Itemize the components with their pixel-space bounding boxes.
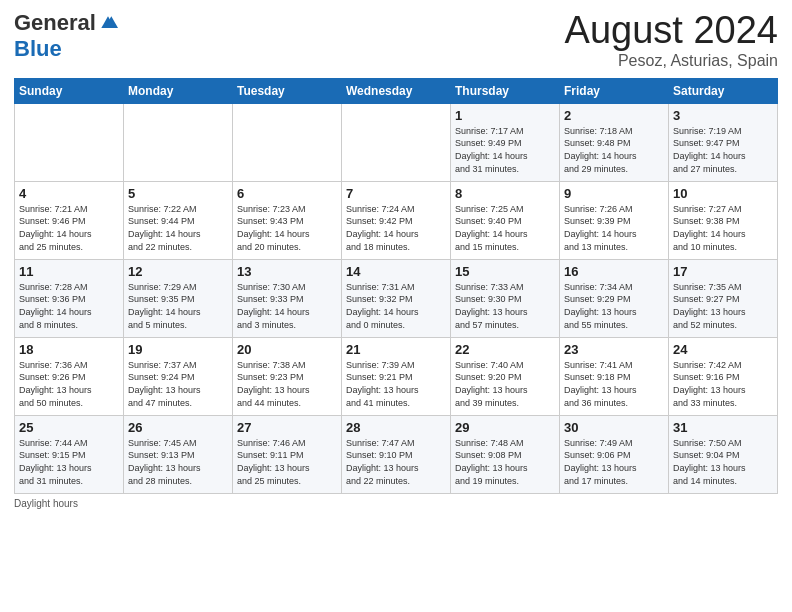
day-number: 23 <box>564 342 664 357</box>
calendar-cell: 16Sunrise: 7:34 AM Sunset: 9:29 PM Dayli… <box>560 259 669 337</box>
calendar-cell: 23Sunrise: 7:41 AM Sunset: 9:18 PM Dayli… <box>560 337 669 415</box>
day-number: 25 <box>19 420 119 435</box>
week-row-4: 18Sunrise: 7:36 AM Sunset: 9:26 PM Dayli… <box>15 337 778 415</box>
calendar-cell: 11Sunrise: 7:28 AM Sunset: 9:36 PM Dayli… <box>15 259 124 337</box>
title-area: August 2024 Pesoz, Asturias, Spain <box>565 10 778 70</box>
calendar-cell <box>15 103 124 181</box>
calendar-cell: 4Sunrise: 7:21 AM Sunset: 9:46 PM Daylig… <box>15 181 124 259</box>
page: General Blue August 2024 Pesoz, Asturias… <box>0 0 792 519</box>
week-row-3: 11Sunrise: 7:28 AM Sunset: 9:36 PM Dayli… <box>15 259 778 337</box>
week-row-5: 25Sunrise: 7:44 AM Sunset: 9:15 PM Dayli… <box>15 415 778 493</box>
day-info: Sunrise: 7:17 AM Sunset: 9:49 PM Dayligh… <box>455 125 555 175</box>
calendar-cell: 13Sunrise: 7:30 AM Sunset: 9:33 PM Dayli… <box>233 259 342 337</box>
calendar-cell: 22Sunrise: 7:40 AM Sunset: 9:20 PM Dayli… <box>451 337 560 415</box>
day-info: Sunrise: 7:40 AM Sunset: 9:20 PM Dayligh… <box>455 359 555 409</box>
day-number: 9 <box>564 186 664 201</box>
logo-icon <box>98 13 118 33</box>
day-number: 21 <box>346 342 446 357</box>
calendar-cell: 12Sunrise: 7:29 AM Sunset: 9:35 PM Dayli… <box>124 259 233 337</box>
calendar-cell: 18Sunrise: 7:36 AM Sunset: 9:26 PM Dayli… <box>15 337 124 415</box>
day-info: Sunrise: 7:25 AM Sunset: 9:40 PM Dayligh… <box>455 203 555 253</box>
calendar-cell: 24Sunrise: 7:42 AM Sunset: 9:16 PM Dayli… <box>669 337 778 415</box>
header-area: General Blue August 2024 Pesoz, Asturias… <box>14 10 778 70</box>
day-info: Sunrise: 7:21 AM Sunset: 9:46 PM Dayligh… <box>19 203 119 253</box>
day-info: Sunrise: 7:34 AM Sunset: 9:29 PM Dayligh… <box>564 281 664 331</box>
calendar-cell: 5Sunrise: 7:22 AM Sunset: 9:44 PM Daylig… <box>124 181 233 259</box>
calendar-cell: 28Sunrise: 7:47 AM Sunset: 9:10 PM Dayli… <box>342 415 451 493</box>
calendar-cell <box>233 103 342 181</box>
day-info: Sunrise: 7:19 AM Sunset: 9:47 PM Dayligh… <box>673 125 773 175</box>
day-number: 19 <box>128 342 228 357</box>
day-info: Sunrise: 7:41 AM Sunset: 9:18 PM Dayligh… <box>564 359 664 409</box>
day-header-tuesday: Tuesday <box>233 78 342 103</box>
day-number: 7 <box>346 186 446 201</box>
month-title: August 2024 <box>565 10 778 52</box>
day-info: Sunrise: 7:39 AM Sunset: 9:21 PM Dayligh… <box>346 359 446 409</box>
logo: General Blue <box>14 10 118 62</box>
footer-note: Daylight hours <box>14 498 778 509</box>
calendar-cell: 30Sunrise: 7:49 AM Sunset: 9:06 PM Dayli… <box>560 415 669 493</box>
day-number: 27 <box>237 420 337 435</box>
calendar-cell: 27Sunrise: 7:46 AM Sunset: 9:11 PM Dayli… <box>233 415 342 493</box>
calendar-cell: 15Sunrise: 7:33 AM Sunset: 9:30 PM Dayli… <box>451 259 560 337</box>
day-info: Sunrise: 7:30 AM Sunset: 9:33 PM Dayligh… <box>237 281 337 331</box>
week-row-2: 4Sunrise: 7:21 AM Sunset: 9:46 PM Daylig… <box>15 181 778 259</box>
day-number: 11 <box>19 264 119 279</box>
day-info: Sunrise: 7:27 AM Sunset: 9:38 PM Dayligh… <box>673 203 773 253</box>
day-info: Sunrise: 7:45 AM Sunset: 9:13 PM Dayligh… <box>128 437 228 487</box>
day-number: 8 <box>455 186 555 201</box>
location: Pesoz, Asturias, Spain <box>565 52 778 70</box>
day-info: Sunrise: 7:47 AM Sunset: 9:10 PM Dayligh… <box>346 437 446 487</box>
day-number: 28 <box>346 420 446 435</box>
calendar-cell: 31Sunrise: 7:50 AM Sunset: 9:04 PM Dayli… <box>669 415 778 493</box>
calendar-cell: 8Sunrise: 7:25 AM Sunset: 9:40 PM Daylig… <box>451 181 560 259</box>
day-info: Sunrise: 7:33 AM Sunset: 9:30 PM Dayligh… <box>455 281 555 331</box>
calendar-cell: 26Sunrise: 7:45 AM Sunset: 9:13 PM Dayli… <box>124 415 233 493</box>
day-number: 12 <box>128 264 228 279</box>
day-number: 13 <box>237 264 337 279</box>
calendar-cell: 17Sunrise: 7:35 AM Sunset: 9:27 PM Dayli… <box>669 259 778 337</box>
day-info: Sunrise: 7:29 AM Sunset: 9:35 PM Dayligh… <box>128 281 228 331</box>
calendar-table: SundayMondayTuesdayWednesdayThursdayFrid… <box>14 78 778 494</box>
calendar-cell: 25Sunrise: 7:44 AM Sunset: 9:15 PM Dayli… <box>15 415 124 493</box>
day-info: Sunrise: 7:48 AM Sunset: 9:08 PM Dayligh… <box>455 437 555 487</box>
calendar-cell: 21Sunrise: 7:39 AM Sunset: 9:21 PM Dayli… <box>342 337 451 415</box>
day-number: 17 <box>673 264 773 279</box>
day-info: Sunrise: 7:22 AM Sunset: 9:44 PM Dayligh… <box>128 203 228 253</box>
calendar-cell: 10Sunrise: 7:27 AM Sunset: 9:38 PM Dayli… <box>669 181 778 259</box>
day-info: Sunrise: 7:35 AM Sunset: 9:27 PM Dayligh… <box>673 281 773 331</box>
calendar-cell: 9Sunrise: 7:26 AM Sunset: 9:39 PM Daylig… <box>560 181 669 259</box>
day-number: 18 <box>19 342 119 357</box>
week-row-1: 1Sunrise: 7:17 AM Sunset: 9:49 PM Daylig… <box>15 103 778 181</box>
day-number: 15 <box>455 264 555 279</box>
calendar-cell: 14Sunrise: 7:31 AM Sunset: 9:32 PM Dayli… <box>342 259 451 337</box>
logo-general-text: General <box>14 10 96 36</box>
calendar-cell: 29Sunrise: 7:48 AM Sunset: 9:08 PM Dayli… <box>451 415 560 493</box>
day-number: 29 <box>455 420 555 435</box>
day-number: 10 <box>673 186 773 201</box>
day-header-friday: Friday <box>560 78 669 103</box>
day-header-thursday: Thursday <box>451 78 560 103</box>
day-number: 2 <box>564 108 664 123</box>
day-number: 14 <box>346 264 446 279</box>
calendar-cell: 2Sunrise: 7:18 AM Sunset: 9:48 PM Daylig… <box>560 103 669 181</box>
day-header-saturday: Saturday <box>669 78 778 103</box>
calendar-cell: 20Sunrise: 7:38 AM Sunset: 9:23 PM Dayli… <box>233 337 342 415</box>
calendar-header: SundayMondayTuesdayWednesdayThursdayFrid… <box>15 78 778 103</box>
day-number: 22 <box>455 342 555 357</box>
day-number: 26 <box>128 420 228 435</box>
day-number: 31 <box>673 420 773 435</box>
day-info: Sunrise: 7:18 AM Sunset: 9:48 PM Dayligh… <box>564 125 664 175</box>
day-number: 24 <box>673 342 773 357</box>
calendar-cell <box>342 103 451 181</box>
day-info: Sunrise: 7:49 AM Sunset: 9:06 PM Dayligh… <box>564 437 664 487</box>
day-number: 4 <box>19 186 119 201</box>
day-header-wednesday: Wednesday <box>342 78 451 103</box>
day-info: Sunrise: 7:42 AM Sunset: 9:16 PM Dayligh… <box>673 359 773 409</box>
logo-blue-text: Blue <box>14 36 62 62</box>
day-info: Sunrise: 7:44 AM Sunset: 9:15 PM Dayligh… <box>19 437 119 487</box>
day-number: 20 <box>237 342 337 357</box>
calendar-cell: 6Sunrise: 7:23 AM Sunset: 9:43 PM Daylig… <box>233 181 342 259</box>
calendar-cell: 3Sunrise: 7:19 AM Sunset: 9:47 PM Daylig… <box>669 103 778 181</box>
calendar-cell: 19Sunrise: 7:37 AM Sunset: 9:24 PM Dayli… <box>124 337 233 415</box>
